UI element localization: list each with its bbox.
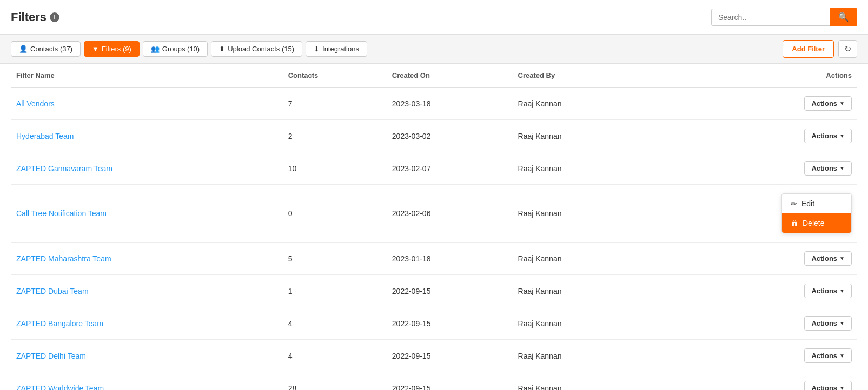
created-by: Raaj Kannan [513, 372, 651, 391]
table-row: Call Tree Notification Team02023-02-06Ra… [11, 185, 857, 243]
actions-button[interactable]: Actions▼ [804, 348, 852, 363]
search-input[interactable] [711, 9, 830, 26]
created-by: Raaj Kannan [513, 88, 651, 120]
actions-button[interactable]: Actions▼ [804, 316, 852, 331]
contacts-count: 1 [283, 275, 387, 307]
created-by: Raaj Kannan [513, 275, 651, 307]
upload-icon: ⬆ [219, 45, 225, 53]
chevron-down-icon: ▼ [839, 288, 845, 294]
tab-integrations[interactable]: ⬇ Integrations [306, 41, 367, 57]
delete-label: Delete [803, 219, 824, 227]
filters-table-wrapper: Filter Name Contacts Created On Created … [0, 64, 868, 390]
actions-label: Actions [811, 352, 837, 360]
add-filter-button[interactable]: Add Filter [783, 40, 834, 58]
actions-label: Actions [811, 164, 837, 172]
actions-dropdown-container: Actions▼ [804, 381, 852, 390]
actions-dropdown-container: Actions▼ [804, 129, 852, 143]
created-on-date: 2022-09-15 [387, 372, 513, 391]
created-by: Raaj Kannan [513, 243, 651, 275]
table-row: ZAPTED Worldwide Team282022-09-15Raaj Ka… [11, 372, 857, 391]
actions-button[interactable]: Actions▼ [804, 284, 852, 298]
created-by: Raaj Kannan [513, 307, 651, 340]
filter-name-link[interactable]: ZAPTED Dubai Team [16, 287, 89, 295]
actions-button[interactable]: Actions▼ [804, 251, 852, 266]
filter-name-link[interactable]: Hyderabad Team [16, 132, 74, 140]
actions-button[interactable]: Actions▼ [804, 381, 852, 390]
edit-label: Edit [801, 199, 814, 208]
created-by: Raaj Kannan [513, 120, 651, 152]
filter-name-link[interactable]: ZAPTED Worldwide Team [16, 384, 104, 391]
filter-name-link[interactable]: Call Tree Notification Team [16, 209, 107, 218]
actions-dropdown-container: Actions▼ [804, 348, 852, 363]
actions-dropdown-container: EditDelete [781, 193, 852, 233]
tabs-right: Add Filter ↻ [783, 40, 857, 58]
created-on-date: 2023-02-06 [387, 185, 513, 243]
actions-button[interactable]: Actions▼ [804, 96, 852, 111]
tab-filters[interactable]: ▼ Filters (9) [84, 41, 140, 57]
table-row: ZAPTED Delhi Team42022-09-15Raaj KannanA… [11, 340, 857, 372]
tab-upload[interactable]: ⬆ Upload Contacts (15) [211, 41, 302, 57]
filter-name-link[interactable]: ZAPTED Bangalore Team [16, 319, 103, 328]
filter-name-link[interactable]: ZAPTED Delhi Team [16, 352, 86, 360]
filter-name-link[interactable]: All Vendors [16, 99, 55, 108]
actions-dropdown-container: Actions▼ [804, 96, 852, 111]
search-button[interactable]: 🔍 [830, 8, 857, 26]
filter-icon: ▼ [92, 45, 99, 53]
chevron-down-icon: ▼ [839, 133, 845, 139]
col-actions: Actions [651, 64, 857, 88]
trash-icon [791, 219, 798, 227]
actions-dropdown-container: Actions▼ [804, 161, 852, 176]
actions-label: Actions [811, 254, 837, 263]
col-created-on: Created On [387, 64, 513, 88]
actions-dropdown-container: Actions▼ [804, 316, 852, 331]
table-row: ZAPTED Gannavaram Team102023-02-07Raaj K… [11, 152, 857, 185]
created-on-date: 2023-02-07 [387, 152, 513, 185]
actions-dropdown-menu: EditDelete [781, 193, 852, 233]
filter-name-link[interactable]: ZAPTED Gannavaram Team [16, 164, 112, 173]
contacts-count: 2 [283, 120, 387, 152]
actions-label: Actions [811, 287, 837, 295]
filter-name-link[interactable]: ZAPTED Maharashtra Team [16, 254, 111, 263]
pencil-icon [791, 199, 797, 208]
contacts-icon: 👤 [19, 45, 28, 53]
tab-contacts[interactable]: 👤 Contacts (37) [11, 41, 81, 57]
created-on-date: 2022-09-15 [387, 340, 513, 372]
table-row: Hyderabad Team22023-03-02Raaj KannanActi… [11, 120, 857, 152]
contacts-count: 5 [283, 243, 387, 275]
actions-dropdown-container: Actions▼ [804, 284, 852, 298]
integrations-icon: ⬇ [314, 45, 320, 53]
chevron-down-icon: ▼ [839, 255, 845, 261]
edit-menu-item[interactable]: Edit [782, 194, 851, 213]
refresh-button[interactable]: ↻ [838, 40, 857, 58]
nav-tabs: 👤 Contacts (37) ▼ Filters (9) 👥 Groups (… [0, 35, 868, 64]
delete-menu-item[interactable]: Delete [782, 213, 851, 233]
table-row: ZAPTED Dubai Team12022-09-15Raaj KannanA… [11, 275, 857, 307]
actions-button[interactable]: Actions▼ [804, 161, 852, 176]
groups-icon: 👥 [151, 45, 160, 53]
chevron-down-icon: ▼ [839, 100, 845, 106]
info-icon: i [50, 12, 59, 22]
actions-label: Actions [811, 99, 837, 107]
tab-groups[interactable]: 👥 Groups (10) [143, 41, 208, 57]
filters-table: Filter Name Contacts Created On Created … [11, 64, 857, 390]
contacts-count: 4 [283, 340, 387, 372]
contacts-count: 0 [283, 185, 387, 243]
actions-label: Actions [811, 384, 837, 390]
search-wrapper: 🔍 [711, 8, 857, 26]
created-by: Raaj Kannan [513, 152, 651, 185]
actions-label: Actions [811, 319, 837, 327]
tabs-left: 👤 Contacts (37) ▼ Filters (9) 👥 Groups (… [11, 41, 367, 57]
chevron-down-icon: ▼ [839, 320, 845, 326]
chevron-down-icon: ▼ [839, 353, 845, 359]
created-on-date: 2023-01-18 [387, 243, 513, 275]
chevron-down-icon: ▼ [839, 385, 845, 390]
page-title: Filters i [11, 10, 59, 24]
created-on-date: 2023-03-18 [387, 88, 513, 120]
actions-label: Actions [811, 132, 837, 140]
created-on-date: 2023-03-02 [387, 120, 513, 152]
contacts-count: 4 [283, 307, 387, 340]
actions-button[interactable]: Actions▼ [804, 129, 852, 143]
contacts-count: 7 [283, 88, 387, 120]
created-on-date: 2022-09-15 [387, 275, 513, 307]
table-row: All Vendors72023-03-18Raaj KannanActions… [11, 88, 857, 120]
